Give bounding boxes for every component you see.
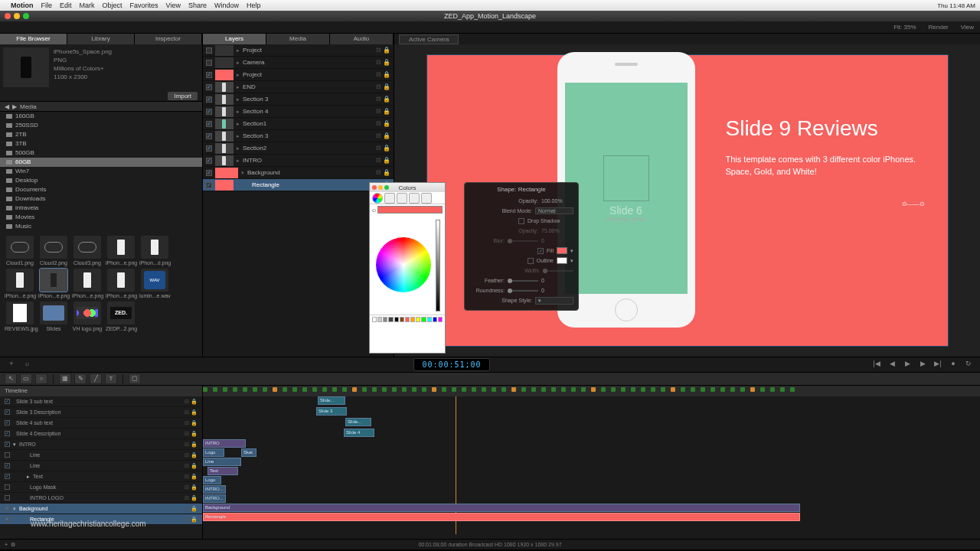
menu-favorites[interactable]: Favorites [130, 2, 158, 9]
visibility-checkbox[interactable] [206, 121, 212, 127]
layer-row[interactable]: ▸Section2⊟ 🔒 [203, 142, 394, 155]
timeline-clip[interactable]: Logo [203, 476, 221, 484]
folder-item[interactable]: 60GB [0, 158, 202, 167]
layer-row[interactable]: ▸Section 4⊟ 🔒 [203, 106, 394, 118]
color-swatch[interactable] [427, 317, 432, 322]
menu-view[interactable]: View [166, 2, 181, 9]
folder-item[interactable]: intravela [0, 204, 202, 213]
color-swatch[interactable] [388, 317, 393, 322]
timeline-row[interactable]: Slide 3 sub text⊟ 🔒 [0, 396, 202, 407]
track-enable-checkbox[interactable] [5, 420, 10, 425]
folder-item[interactable]: 3TB [0, 139, 202, 148]
timeline-tracks[interactable]: Slide...Slide 3Slide...Slide 4INTROLogoS… [203, 396, 980, 534]
rect-tool-icon[interactable]: ▭ [20, 373, 32, 384]
color-swatch[interactable] [438, 317, 443, 322]
transform-handles[interactable]: ⊙——⊙ [902, 201, 925, 207]
track-enable-checkbox[interactable] [5, 517, 10, 522]
shape-hud[interactable]: Shape: Rectangle Opacity:100.00% Blend M… [464, 182, 579, 311]
close-icon[interactable] [5, 13, 11, 19]
blend-mode-dropdown[interactable]: Normal [535, 207, 573, 214]
timeline-row[interactable]: INTRO LOGO⊟ 🔒 [0, 493, 202, 504]
layer-row[interactable]: ▾Background⊟ 🔒 [203, 167, 394, 179]
file-item[interactable]: VH logo.png [72, 302, 103, 331]
visibility-checkbox[interactable] [206, 145, 212, 152]
file-item[interactable]: iPhon...e.png [106, 269, 136, 298]
timeline-clip[interactable]: Slide 4 [344, 429, 374, 437]
go-end-icon[interactable]: ▶| [933, 360, 943, 370]
visibility-checkbox[interactable] [206, 182, 212, 188]
folder-item[interactable]: 500GB [0, 148, 202, 158]
visibility-checkbox[interactable] [206, 170, 212, 176]
color-swatch[interactable] [394, 317, 399, 322]
folder-item[interactable]: Music [0, 222, 202, 231]
opacity-value[interactable]: 100.00% [541, 198, 573, 204]
color-swatch[interactable] [421, 317, 426, 322]
visibility-checkbox[interactable] [206, 158, 212, 164]
timeline-clip[interactable]: Slide 3 [316, 407, 347, 416]
menu-share[interactable]: Share [188, 2, 207, 9]
layer-row[interactable]: ▸Section 3⊟ 🔒 [203, 93, 394, 106]
track-enable-checkbox[interactable] [5, 399, 10, 404]
folder-item[interactable]: Movies [0, 213, 202, 222]
fill-checkbox[interactable] [537, 248, 544, 254]
tab-layers[interactable]: Layers [203, 34, 266, 44]
fit-dropdown[interactable]: Fit: 35% [893, 24, 916, 31]
tab-file-browser[interactable]: File Browser [0, 34, 67, 44]
visibility-checkbox[interactable] [206, 47, 212, 54]
timeline-ruler[interactable] [203, 386, 980, 396]
folder-item[interactable]: Win7 [0, 167, 202, 176]
hud-toggle-icon[interactable]: ▢ [129, 373, 141, 384]
file-item[interactable]: iPhon...e.png [106, 236, 136, 266]
chevron-down-icon[interactable]: ▾ [570, 248, 573, 254]
visibility-checkbox[interactable] [206, 60, 212, 66]
color-wheel-mode-icon[interactable] [372, 193, 383, 204]
file-item[interactable]: iPhon...d.png [139, 236, 170, 266]
fill-color-swatch[interactable] [557, 247, 567, 254]
timeline-clip[interactable]: INTRO [203, 439, 246, 448]
roundness-slider[interactable] [508, 290, 538, 292]
file-item[interactable]: iPhon...e.png [72, 269, 103, 298]
timeline-clip[interactable]: INTRO... [203, 485, 226, 494]
folder-item[interactable]: Desktop [0, 176, 202, 185]
colors-panel[interactable]: Colors ⌕ [369, 182, 446, 354]
step-fwd-icon[interactable]: ▶ [917, 360, 928, 370]
camera-dropdown[interactable]: Active Camera [399, 34, 459, 44]
timeline-clip[interactable]: Line [203, 458, 241, 466]
timeline-clip[interactable]: Logo [203, 448, 224, 457]
tab-library[interactable]: Library [67, 34, 135, 44]
menu-mark[interactable]: Mark [80, 2, 95, 9]
layer-row[interactable]: ▸END⊟ 🔒 [203, 81, 394, 93]
menu-help[interactable]: Help [247, 2, 261, 9]
import-button[interactable]: Import [168, 92, 198, 100]
track-enable-checkbox[interactable] [5, 409, 10, 415]
timeline-row[interactable]: Logo Mask⊟ 🔒 [0, 482, 202, 493]
step-back-icon[interactable]: ◀ [887, 360, 897, 370]
app-menu[interactable]: Motion [11, 2, 34, 9]
timeline-clip[interactable]: Rectangle [203, 513, 800, 521]
shape-style-dropdown[interactable]: ▾ [535, 297, 573, 305]
color-swatch[interactable] [410, 317, 415, 322]
timeline-clip[interactable]: Slide... [345, 418, 371, 426]
zoom-icon[interactable] [23, 13, 29, 19]
feather-slider[interactable] [508, 280, 538, 282]
file-item[interactable]: REVIEWS.jpg [5, 302, 35, 331]
go-start-icon[interactable]: |◀ [871, 360, 882, 370]
add-layer-icon[interactable]: + [5, 542, 8, 548]
folder-item[interactable]: Documents [0, 185, 202, 194]
path-nav[interactable]: ◀ ▶ Media [0, 101, 202, 112]
file-item[interactable]: ZED.ZEDP...2.png [106, 302, 136, 331]
visibility-checkbox[interactable] [206, 96, 212, 103]
add-icon[interactable]: + [6, 360, 17, 370]
file-item[interactable]: Slides [38, 302, 69, 331]
layer-row[interactable]: Rectangle⊟ 🔒 [203, 179, 394, 191]
record-icon[interactable]: ● [948, 360, 959, 370]
timeline-clip[interactable]: Slide... [318, 396, 345, 405]
pen-tool-icon[interactable]: ✎ [74, 373, 87, 384]
timecode[interactable]: 00:00:51;00 [413, 358, 489, 371]
timeline-clip[interactable]: Skat [241, 448, 256, 457]
render-dropdown[interactable]: Render [929, 24, 949, 31]
folder-item[interactable]: 2TB [0, 130, 202, 139]
color-swatch[interactable] [400, 317, 404, 322]
track-enable-checkbox[interactable] [5, 463, 10, 468]
timeline-row[interactable]: Slide 4 sub text⊟ 🔒 [0, 418, 202, 429]
